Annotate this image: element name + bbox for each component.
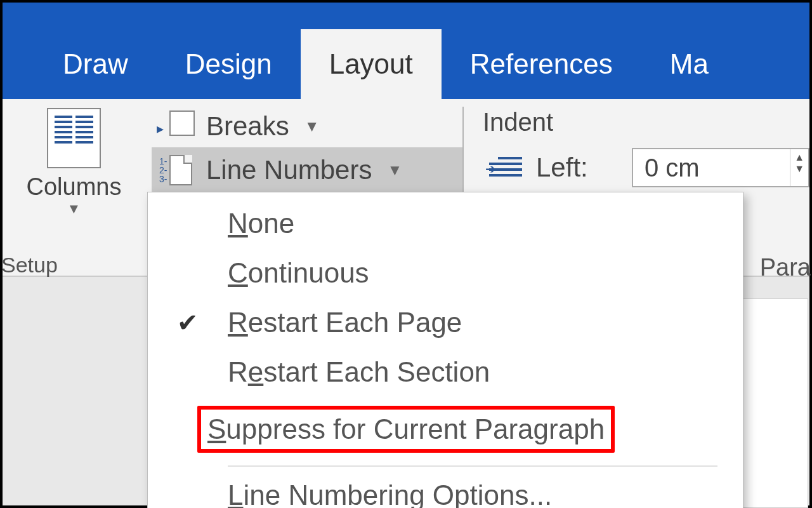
- page-setup-group-label: Setup: [1, 253, 58, 277]
- indent-title: Indent: [464, 108, 809, 137]
- columns-label: Columns: [3, 173, 145, 201]
- menu-item-restart-each-page[interactable]: ✔ Restart Each Page: [148, 298, 743, 347]
- chevron-down-icon: ▼: [304, 117, 320, 135]
- line-numbers-label: Line Numbers: [206, 155, 372, 185]
- menu-item-line-numbering-options[interactable]: Line Numbering Options...: [148, 471, 743, 508]
- menu-item-restart-each-section[interactable]: Restart Each Section: [148, 347, 743, 397]
- tab-design[interactable]: Design: [157, 29, 301, 99]
- ribbon-tabs: Draw Design Layout References Ma: [3, 3, 809, 99]
- line-numbers-menu: None Continuous ✔ Restart Each Page Rest…: [147, 192, 743, 508]
- indent-left-icon: ➔: [489, 154, 522, 182]
- line-numbers-button[interactable]: 1-2-3- Line Numbers ▼: [152, 147, 462, 193]
- menu-item-none[interactable]: None: [148, 199, 743, 248]
- breaks-icon: ▸: [159, 110, 195, 142]
- columns-button[interactable]: Columns ▼ Setup: [3, 99, 145, 276]
- columns-icon: [47, 108, 101, 168]
- breaks-label: Breaks: [206, 111, 289, 142]
- breaks-button[interactable]: ▸ Breaks ▼: [152, 105, 462, 147]
- line-numbers-icon: 1-2-3-: [159, 152, 195, 188]
- check-icon: ✔: [177, 308, 228, 337]
- chevron-down-icon: ▼: [387, 161, 402, 179]
- tab-layout[interactable]: Layout: [301, 29, 442, 99]
- menu-item-continuous[interactable]: Continuous: [148, 248, 743, 298]
- menu-item-suppress-current-paragraph[interactable]: Suppress for Current Paragraph: [148, 397, 743, 462]
- tutorial-highlight: Suppress for Current Paragraph: [197, 406, 615, 453]
- tab-draw[interactable]: Draw: [34, 29, 157, 99]
- paragraph-group-label: Para: [760, 254, 811, 281]
- indent-left-label: Left:: [536, 152, 588, 183]
- chevron-down-icon: ▼: [3, 201, 145, 217]
- indent-left-value[interactable]: [633, 149, 790, 186]
- tab-references[interactable]: References: [442, 29, 641, 99]
- tab-mailings[interactable]: Ma: [641, 29, 737, 99]
- word-window: Draw Design Layout References Ma Columns…: [0, 0, 812, 508]
- menu-separator: [228, 465, 717, 467]
- indent-left-input[interactable]: ▲▼: [632, 148, 809, 187]
- spinner-arrows[interactable]: ▲▼: [790, 149, 808, 186]
